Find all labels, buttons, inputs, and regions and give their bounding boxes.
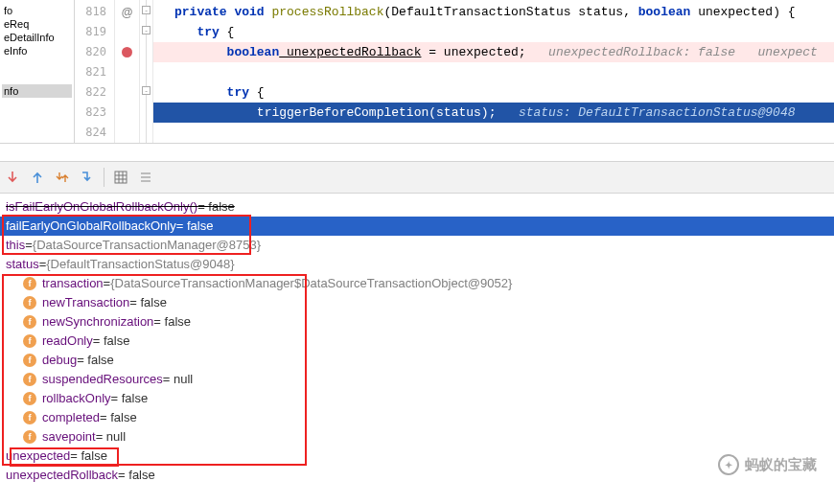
line-number[interactable]: 823 xyxy=(75,103,114,123)
variable-row[interactable]: fsuspendedResources = null xyxy=(0,370,834,389)
line-number[interactable]: 822 xyxy=(75,82,114,103)
variable-row[interactable]: fcompleted = false xyxy=(0,408,834,427)
variable-row[interactable]: freadOnly = false xyxy=(0,332,834,351)
override-marker-icon: @ xyxy=(122,6,133,19)
line-number[interactable]: 824 xyxy=(75,123,114,143)
field-badge-icon: f xyxy=(23,277,36,290)
tree-item[interactable]: eInfo xyxy=(2,44,72,57)
code-line[interactable] xyxy=(153,123,834,143)
field-badge-icon: f xyxy=(23,411,36,424)
line-number[interactable]: 819 xyxy=(75,22,114,42)
fold-toggle-icon[interactable]: - xyxy=(142,86,151,95)
variable-row[interactable]: fsavepoint = null xyxy=(0,427,834,447)
code-editor[interactable]: private void processRollback(DefaultTran… xyxy=(153,0,834,143)
variable-row[interactable]: fnewTransaction = false xyxy=(0,293,834,312)
variables-panel[interactable]: isFailEarlyOnGlobalRollbackOnly()= false… xyxy=(0,194,834,485)
marker-gutter[interactable]: @ xyxy=(115,0,140,143)
tree-item[interactable]: eReq xyxy=(2,17,72,31)
structure-tree[interactable]: fo eReq eDetailInfo eInfo nfo xyxy=(0,0,75,143)
fold-toggle-icon[interactable]: - xyxy=(142,6,151,14)
line-number[interactable]: 818 xyxy=(75,2,114,22)
field-badge-icon: f xyxy=(23,373,36,386)
tree-item[interactable]: eDetailInfo xyxy=(2,31,72,44)
step-swap-icon[interactable] xyxy=(54,169,71,186)
field-badge-icon: f xyxy=(23,315,36,329)
variable-row[interactable]: unexpectedRollback = false xyxy=(0,466,834,485)
code-line[interactable]: try { xyxy=(153,22,834,42)
variable-row[interactable]: status = {DefaultTransactionStatus@9048} xyxy=(0,255,834,274)
variable-row[interactable]: unexpected = false xyxy=(0,447,834,466)
line-number[interactable]: 821 xyxy=(75,62,114,82)
field-badge-icon: f xyxy=(23,334,36,348)
line-number-gutter[interactable]: 818 819 820 821 822 823 824 xyxy=(75,0,115,143)
variable-row-selected[interactable]: failEarlyOnGlobalRollbackOnly = false xyxy=(0,217,834,236)
variable-row[interactable]: this = {DataSourceTransactionManager@875… xyxy=(0,236,834,255)
variable-row[interactable]: fnewSynchronization = false xyxy=(0,312,834,332)
svg-rect-0 xyxy=(115,172,127,183)
code-line[interactable] xyxy=(153,62,834,82)
code-line-breakpoint[interactable]: boolean unexpectedRollback = unexpected;… xyxy=(153,42,834,62)
watermark: ✦ 蚂蚁的宝藏 xyxy=(718,454,817,475)
variable-row[interactable]: isFailEarlyOnGlobalRollbackOnly()= false xyxy=(0,197,834,217)
step-up-icon[interactable] xyxy=(29,169,46,186)
tree-item[interactable]: fo xyxy=(2,4,72,17)
fold-toggle-icon[interactable]: - xyxy=(142,26,151,34)
variable-row[interactable]: frollbackOnly = false xyxy=(0,389,834,408)
wechat-icon: ✦ xyxy=(718,454,739,475)
field-badge-icon: f xyxy=(23,296,36,309)
field-badge-icon: f xyxy=(23,354,36,367)
code-line[interactable]: try { xyxy=(153,82,834,103)
field-badge-icon: f xyxy=(23,392,36,405)
grid-icon[interactable] xyxy=(112,169,129,186)
code-line[interactable]: private void processRollback(DefaultTran… xyxy=(153,2,834,22)
tree-item-selected[interactable]: nfo xyxy=(2,84,72,98)
field-badge-icon: f xyxy=(23,430,36,444)
debugger-toolbar xyxy=(0,161,834,194)
variable-row[interactable]: fdebug = false xyxy=(0,351,834,370)
variable-row[interactable]: ftransaction = {DataSourceTransactionMan… xyxy=(0,274,834,293)
list-icon[interactable] xyxy=(137,169,154,186)
line-number[interactable]: 820 xyxy=(75,42,114,62)
fold-gutter[interactable]: - - - xyxy=(140,0,153,143)
step-down-icon[interactable] xyxy=(4,169,21,186)
step-into-icon[interactable] xyxy=(79,169,96,186)
code-line-execution[interactable]: triggerBeforeCompletion(status); status:… xyxy=(153,103,834,123)
breakpoint-icon[interactable] xyxy=(122,47,132,57)
toolbar-separator xyxy=(104,168,104,187)
